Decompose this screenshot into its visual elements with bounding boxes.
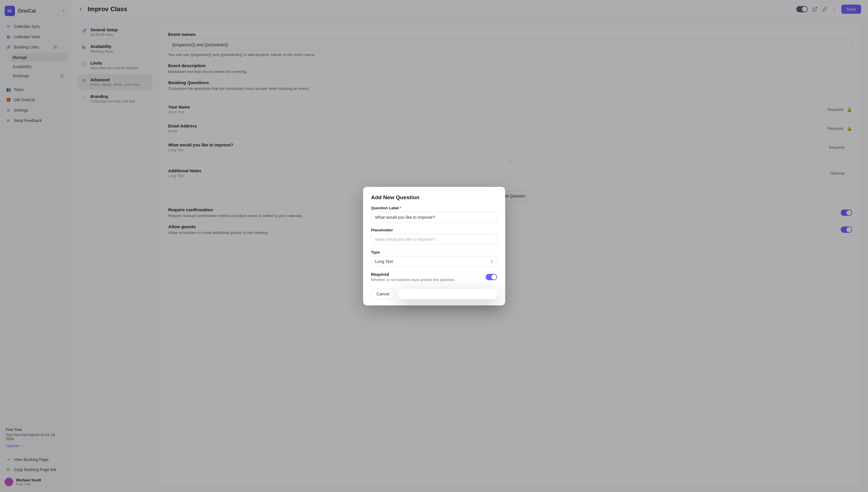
chevron-updown-icon: ⇅ — [490, 260, 493, 264]
question-label-input[interactable] — [371, 212, 497, 223]
required-toggle[interactable] — [486, 274, 497, 280]
modal-save-button[interactable]: Save — [398, 289, 497, 299]
modal-overlay[interactable]: Add New Question Question Label* Placeho… — [0, 0, 868, 492]
modal-field-label: Question Label* — [371, 206, 497, 223]
question-type-select[interactable]: Long Text ⇅ — [371, 256, 497, 267]
modal-title: Add New Question — [371, 194, 497, 201]
field-label: Type — [371, 250, 497, 254]
modal-field-type: Type Long Text ⇅ — [371, 250, 497, 267]
add-question-modal: Add New Question Question Label* Placeho… — [363, 187, 505, 305]
cancel-button[interactable]: Cancel — [371, 289, 395, 299]
select-value: Long Text — [375, 259, 393, 264]
field-label: Placeholder — [371, 228, 497, 232]
question-placeholder-input[interactable] — [371, 234, 497, 245]
modal-field-placeholder: Placeholder — [371, 228, 497, 245]
required-sub: Whether or not bookers must answer this … — [371, 277, 481, 282]
field-label: Question Label* — [371, 206, 497, 210]
modal-actions: Cancel Save — [371, 289, 497, 299]
required-title: Required — [371, 272, 481, 277]
modal-required-row: Required Whether or not bookers must ans… — [371, 272, 497, 282]
